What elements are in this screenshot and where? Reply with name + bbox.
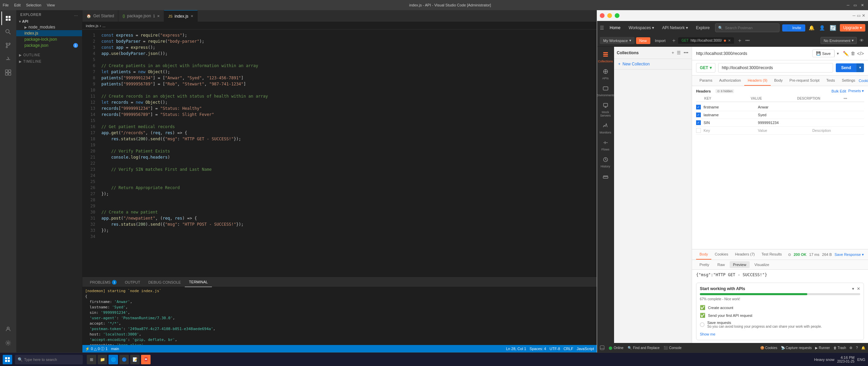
pm-sidebar-filter-icon[interactable]: ☰	[676, 49, 682, 56]
pm-tab-params[interactable]: Params	[696, 76, 716, 86]
activity-settings[interactable]	[1, 336, 15, 350]
pm-tab-body[interactable]: Body	[771, 76, 786, 86]
pm-settings-icon[interactable]: ⚙	[849, 346, 852, 350]
breadcrumb-item[interactable]: index.js	[86, 24, 98, 28]
pm-view-pretty[interactable]: Pretty	[696, 261, 713, 268]
pm-header-3-checkbox[interactable]: ✓	[696, 120, 701, 125]
selection-menu[interactable]: Selection	[26, 3, 41, 7]
pm-titlebar-restore2[interactable]: ▭	[857, 13, 861, 18]
pm-request-tab[interactable]: GET http://localhost:3000/ ✕	[678, 37, 734, 44]
minimize-icon[interactable]: ─	[845, 3, 851, 7]
git-branch[interactable]: main	[111, 347, 119, 351]
pm-nav-monitors[interactable]: Monitors	[598, 121, 613, 136]
pm-view-visualize[interactable]: Visualize	[751, 261, 773, 268]
tab-indexjs-close[interactable]: ✕	[191, 14, 193, 18]
terminal-content[interactable]: [nodemon] starting `node index.js` { fir…	[82, 287, 597, 345]
pm-send-btn[interactable]: Send	[836, 63, 856, 72]
pm-add-tab-btn[interactable]: +	[670, 38, 677, 44]
pm-header-1-value[interactable]: Anwar	[758, 105, 809, 109]
pm-banner-collapse-btn[interactable]: ▾	[852, 286, 854, 291]
pm-response-tab-headers[interactable]: Headers (7)	[732, 249, 758, 260]
taskbar-vscode-active[interactable]: 📝	[130, 355, 140, 364]
pm-import-btn[interactable]: Import	[652, 37, 669, 44]
close-window-icon[interactable]: ✕	[860, 3, 865, 7]
pm-invite-btn[interactable]: 👤 Invite	[782, 24, 805, 32]
taskbar-multitask-btn[interactable]: ⊞	[87, 355, 96, 364]
pm-presets-btn[interactable]: Presets ▾	[848, 89, 864, 93]
pm-capture-requests-btn[interactable]: 📡 Capture requests	[781, 346, 812, 350]
activity-debug[interactable]	[1, 52, 15, 66]
sidebar-api-root[interactable]: ▾ API	[16, 19, 82, 24]
pm-tab-more-icon[interactable]: •••	[745, 38, 750, 43]
encoding[interactable]: UTF-8	[550, 347, 560, 351]
pm-nav-apis[interactable]: APIs	[598, 66, 613, 82]
pm-nav-mock-servers[interactable]: Mock Servers	[598, 100, 613, 119]
tab-debug-console[interactable]: DEBUG CONSOLE	[144, 278, 185, 287]
pm-tab-settings[interactable]: Settings	[839, 76, 859, 86]
pm-header-1-key[interactable]: firstname	[704, 105, 755, 109]
pm-header-1-checkbox[interactable]: ✓	[696, 105, 701, 109]
pm-view-preview[interactable]: Preview	[730, 261, 750, 268]
pm-add-tab-btn2[interactable]: +	[736, 38, 743, 44]
pm-header-3-key[interactable]: SIN	[704, 121, 755, 125]
pm-tab-headers[interactable]: Headers (9)	[744, 76, 771, 86]
pm-delete-icon[interactable]: 🗑	[851, 51, 855, 56]
pm-header-4-desc[interactable]: Description	[812, 128, 864, 133]
pm-cookies-btn[interactable]: 🍪 Cookies	[760, 346, 777, 350]
pm-runner-btn[interactable]: ▶ Runner	[815, 346, 830, 350]
pm-trash-btn[interactable]: 🗑 Trash	[833, 346, 846, 350]
pm-close-btn[interactable]	[600, 13, 605, 18]
pm-upgrade-btn[interactable]: Upgrade ▾	[840, 24, 865, 32]
pm-bell-icon[interactable]: 🔔	[807, 24, 816, 32]
pm-console-btn[interactable]: ⬛ Console	[664, 346, 682, 350]
pm-sidebar-more-icon[interactable]: •••	[683, 49, 689, 56]
sidebar-package-json[interactable]: package.json 1	[16, 42, 82, 48]
tab-terminal[interactable]: TERMINAL	[185, 278, 212, 287]
pm-header-4-value[interactable]: Value	[758, 128, 809, 133]
pm-home-btn[interactable]: Home	[607, 24, 623, 32]
pm-tab-authorization[interactable]: Authorization	[716, 76, 744, 86]
edit-menu[interactable]: Edit	[14, 3, 21, 7]
pm-workspace-selector[interactable]: My Workspace ▾	[600, 37, 635, 44]
code-editor[interactable]: const express = require("express"); cons…	[99, 29, 597, 277]
tab-indexjs[interactable]: JS index.js ✕	[164, 10, 198, 22]
cursor-position[interactable]: Ln 28, Col 1	[506, 347, 526, 351]
pm-tab-pre-request[interactable]: Pre-request Script	[786, 76, 823, 86]
pm-method-select[interactable]: GET ▾	[696, 63, 715, 73]
pm-banner-close-btn[interactable]: ✕	[857, 286, 860, 291]
pm-eye-icon[interactable]: 👁	[858, 37, 865, 44]
activity-explorer[interactable]	[1, 12, 15, 25]
spaces[interactable]: Spaces: 4	[530, 347, 546, 351]
pm-max-btn[interactable]	[615, 13, 619, 18]
pm-nav-collections[interactable]: Collections	[598, 49, 613, 65]
taskbar-explorer-btn[interactable]: 📁	[98, 355, 107, 364]
pm-tab-tests[interactable]: Tests	[823, 76, 839, 86]
file-menu[interactable]: File	[3, 3, 9, 7]
pm-titlebar-close2[interactable]: ✕	[862, 13, 865, 18]
tab-get-started[interactable]: 🏠 Get Started	[82, 10, 118, 22]
pm-workspaces-btn[interactable]: Workspaces ▾	[626, 24, 657, 32]
pm-sidebar-add-icon[interactable]: +	[671, 49, 675, 56]
pm-save-dropdown-btn[interactable]: ▾	[834, 50, 841, 57]
pm-user-icon[interactable]: 👤	[818, 24, 826, 32]
view-menu[interactable]: View	[47, 3, 55, 7]
tab-problems[interactable]: PROBLEMS 1	[86, 278, 121, 287]
pm-titlebar-min2[interactable]: ─	[852, 13, 855, 18]
pm-save-request-btn[interactable]: 💾 Save	[812, 49, 834, 57]
pm-search-input[interactable]	[725, 26, 776, 30]
pm-edit-icon[interactable]: ✏️	[843, 51, 849, 56]
taskbar-postman-btn[interactable]: 📮	[141, 355, 151, 364]
pm-nav-history[interactable]: History	[598, 155, 613, 170]
sidebar-more-btn[interactable]: ...	[74, 13, 78, 17]
pm-bulk-edit-btn[interactable]: Bulk Edit	[831, 89, 846, 93]
pm-search-box[interactable]: 🔍	[715, 23, 779, 32]
pm-min-btn[interactable]	[607, 13, 612, 18]
sidebar-node-modules[interactable]: ▶ node_modules	[16, 24, 82, 30]
pm-send-dropdown-btn[interactable]: ▾	[856, 63, 864, 72]
sidebar-indexjs[interactable]: index.js	[16, 30, 82, 36]
pm-header-2-key[interactable]: lastname	[704, 113, 755, 117]
pm-sync-icon[interactable]: 🔄	[828, 23, 838, 33]
tab-package-json[interactable]: {} package.json 1 ✕	[118, 10, 164, 22]
pm-find-replace-btn[interactable]: 🔍 Find and Replace	[628, 346, 659, 350]
tab-package-json-close[interactable]: ✕	[157, 14, 160, 18]
